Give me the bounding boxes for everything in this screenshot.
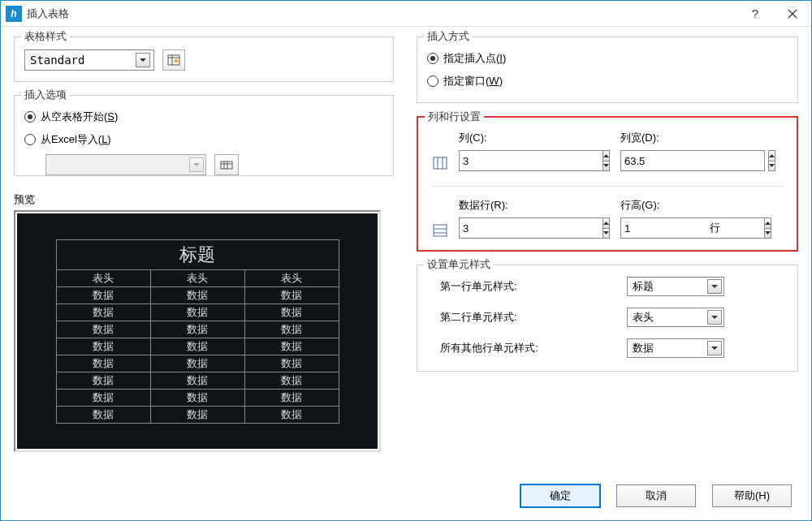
columns-icon bbox=[433, 131, 459, 171]
svg-rect-3 bbox=[221, 161, 232, 169]
dialog-footer: 确定 取消 帮助(H) bbox=[1, 481, 811, 510]
cell-style-legend: 设置单元样式 bbox=[424, 257, 494, 272]
browse-excel-button[interactable] bbox=[214, 154, 239, 175]
from-empty-radio[interactable]: 从空表格开始(S) bbox=[24, 107, 383, 127]
spinner-icon[interactable] bbox=[768, 150, 775, 171]
rows-icon bbox=[433, 198, 459, 239]
launch-style-button[interactable] bbox=[162, 50, 185, 71]
radio-icon bbox=[427, 75, 438, 87]
specify-window-radio[interactable]: 指定窗口(W) bbox=[427, 71, 788, 91]
row2-style-dropdown[interactable]: 表头 bbox=[627, 308, 724, 327]
app-icon: h bbox=[6, 6, 22, 22]
insert-mode-legend: 插入方式 bbox=[424, 29, 473, 44]
rest-style-dropdown[interactable]: 数据 bbox=[627, 338, 724, 358]
cols-field[interactable] bbox=[459, 150, 603, 171]
insert-options-legend: 插入选项 bbox=[21, 88, 70, 102]
radio-icon bbox=[24, 134, 36, 145]
spinner-icon[interactable] bbox=[764, 217, 771, 239]
svg-rect-4 bbox=[434, 157, 447, 169]
table-style-group: 表格样式 Standard bbox=[14, 37, 394, 82]
chevron-down-icon bbox=[189, 157, 204, 172]
table-style-value: Standard bbox=[30, 54, 136, 67]
titlebar: h 插入表格 ? bbox=[1, 1, 811, 27]
data-rows-input[interactable] bbox=[459, 217, 542, 239]
chevron-down-icon[interactable] bbox=[707, 310, 722, 325]
window-title: 插入表格 bbox=[27, 6, 736, 21]
svg-point-2 bbox=[175, 60, 177, 62]
row-height-suffix: 行 bbox=[710, 217, 720, 239]
chevron-down-icon[interactable] bbox=[707, 279, 722, 294]
row-height-field[interactable] bbox=[620, 217, 764, 239]
preview-panel: 标题 表头表头表头 数据数据数据 数据数据数据 数据数据数据 数据数据数据 数据… bbox=[14, 210, 381, 452]
cell-style-group: 设置单元样式 第一行单元样式: 标题 第二行单元样式: 表头 所有其他行单元样式… bbox=[417, 265, 798, 372]
preview-label: 预览 bbox=[14, 192, 394, 207]
radio-icon bbox=[427, 53, 438, 64]
col-row-legend: 列和行设置 bbox=[425, 110, 484, 124]
insert-mode-group: 插入方式 指定插入点(I) 指定窗口(W) bbox=[417, 37, 798, 103]
specify-point-radio[interactable]: 指定插入点(I) bbox=[427, 49, 788, 68]
spinner-icon[interactable] bbox=[603, 150, 610, 171]
row-height-input[interactable] bbox=[620, 217, 703, 239]
divider bbox=[433, 186, 782, 187]
preview-group: 预览 标题 表头表头表头 数据数据数据 数据数据数据 数据数据数据 数据数据数据… bbox=[14, 189, 394, 452]
row1-style-dropdown[interactable]: 标题 bbox=[627, 277, 724, 296]
col-width-label: 列宽(D): bbox=[620, 131, 782, 145]
col-row-group: 列和行设置 列(C): 列宽(D): bbox=[417, 116, 798, 252]
close-button[interactable] bbox=[774, 2, 811, 26]
insert-options-group: 插入选项 从空表格开始(S) 从Excel导入(L) bbox=[14, 95, 394, 176]
ok-button[interactable]: 确定 bbox=[520, 484, 600, 507]
chevron-down-icon[interactable] bbox=[136, 53, 150, 67]
radio-icon bbox=[24, 111, 36, 123]
preview-table: 标题 表头表头表头 数据数据数据 数据数据数据 数据数据数据 数据数据数据 数据… bbox=[56, 239, 339, 424]
svg-rect-5 bbox=[434, 225, 447, 236]
table-style-legend: 表格样式 bbox=[21, 29, 70, 44]
help-button[interactable]: 帮助(H) bbox=[712, 484, 792, 507]
rest-label: 所有其他行单元样式: bbox=[440, 341, 627, 355]
chevron-down-icon[interactable] bbox=[707, 341, 722, 355]
col-width-field[interactable] bbox=[620, 150, 765, 171]
help-button[interactable]: ? bbox=[736, 2, 774, 26]
col-width-input[interactable] bbox=[620, 150, 742, 171]
cancel-button[interactable]: 取消 bbox=[616, 484, 696, 507]
row1-label: 第一行单元样式: bbox=[440, 279, 627, 294]
data-rows-field[interactable] bbox=[459, 217, 603, 239]
row-height-label: 行高(G): bbox=[620, 198, 782, 213]
spinner-icon[interactable] bbox=[603, 217, 610, 239]
excel-file-dropdown bbox=[45, 154, 206, 175]
row2-label: 第二行单元样式: bbox=[440, 310, 627, 325]
table-style-dropdown[interactable]: Standard bbox=[24, 50, 154, 71]
cols-label: 列(C): bbox=[459, 131, 620, 145]
from-excel-radio[interactable]: 从Excel导入(L) bbox=[24, 130, 383, 149]
data-rows-label: 数据行(R): bbox=[459, 198, 620, 213]
cols-input[interactable] bbox=[459, 150, 542, 171]
